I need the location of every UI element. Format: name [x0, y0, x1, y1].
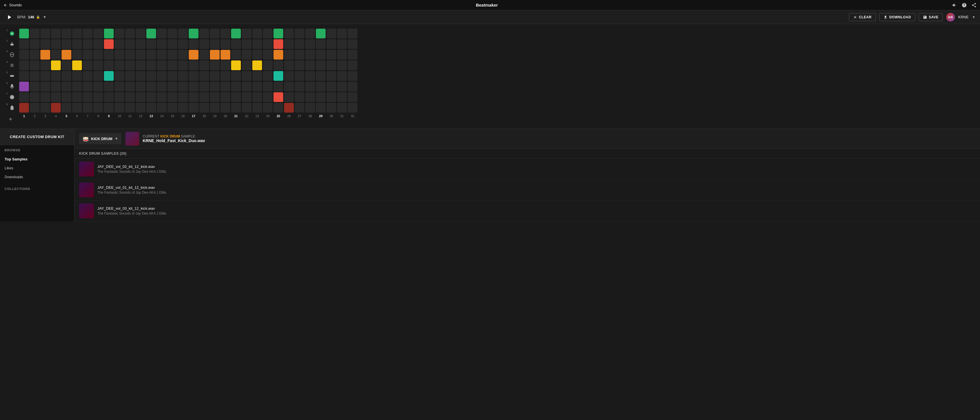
browse-item-downloads[interactable]: Downloads — [5, 172, 70, 181]
beat-cell[interactable] — [93, 60, 103, 70]
beat-cell[interactable] — [316, 103, 326, 113]
beat-cell[interactable] — [62, 50, 71, 60]
beat-cell[interactable] — [210, 92, 220, 102]
beat-cell[interactable] — [199, 60, 209, 70]
beat-cell[interactable] — [178, 92, 188, 102]
beat-cell[interactable] — [115, 71, 124, 81]
browse-item-top-samples[interactable]: Top Samples — [5, 155, 70, 164]
beat-cell[interactable] — [115, 103, 124, 113]
beat-cell[interactable] — [104, 60, 114, 70]
beat-cell[interactable] — [30, 60, 40, 70]
beat-cell[interactable] — [115, 82, 124, 91]
list-item[interactable]: JAY_DEE_vol_02_kit_12_kick.wav The Fanta… — [75, 159, 980, 180]
beat-cell[interactable] — [19, 60, 29, 70]
beat-cell[interactable] — [231, 92, 241, 102]
beat-cell[interactable] — [178, 82, 188, 91]
beat-cell[interactable] — [72, 60, 82, 70]
beat-cell[interactable] — [157, 60, 167, 70]
beat-cell[interactable] — [326, 50, 336, 60]
beat-cell[interactable] — [19, 82, 29, 91]
beat-cell[interactable] — [104, 39, 114, 49]
beat-cell[interactable] — [231, 29, 241, 38]
row-header-2[interactable]: 2 — [6, 39, 18, 49]
beat-cell[interactable] — [348, 71, 357, 81]
beat-cell[interactable] — [93, 103, 103, 113]
beat-cell[interactable] — [263, 92, 273, 102]
beat-cell[interactable] — [242, 50, 251, 60]
beat-cell[interactable] — [316, 92, 326, 102]
beat-cell[interactable] — [295, 39, 304, 49]
clear-button[interactable]: CLEAR — [849, 13, 876, 21]
beat-cell[interactable] — [189, 29, 199, 38]
play-button[interactable] — [5, 13, 14, 22]
beat-cell[interactable] — [284, 60, 294, 70]
beat-cell[interactable] — [305, 82, 315, 91]
beat-cell[interactable] — [326, 103, 336, 113]
beat-cell[interactable] — [221, 82, 230, 91]
beat-cell[interactable] — [62, 103, 71, 113]
beat-cell[interactable] — [136, 29, 145, 38]
beat-cell[interactable] — [252, 50, 262, 60]
add-row-button[interactable]: + — [6, 114, 16, 124]
beat-cell[interactable] — [199, 82, 209, 91]
beat-cell[interactable] — [231, 39, 241, 49]
beat-cell[interactable] — [284, 50, 294, 60]
beat-cell[interactable] — [83, 60, 92, 70]
beat-cell[interactable] — [178, 71, 188, 81]
beat-cell[interactable] — [30, 39, 40, 49]
beat-cell[interactable] — [348, 60, 357, 70]
beat-cell[interactable] — [146, 60, 156, 70]
beat-cell[interactable] — [157, 29, 167, 38]
beat-cell[interactable] — [189, 71, 199, 81]
beat-cell[interactable] — [125, 82, 135, 91]
beat-cell[interactable] — [62, 60, 71, 70]
beat-cell[interactable] — [284, 92, 294, 102]
beat-cell[interactable] — [157, 50, 167, 60]
beat-cell[interactable] — [199, 50, 209, 60]
beat-cell[interactable] — [210, 103, 220, 113]
beat-cell[interactable] — [157, 103, 167, 113]
beat-cell[interactable] — [167, 103, 177, 113]
beat-cell[interactable] — [40, 103, 50, 113]
beat-cell[interactable] — [72, 92, 82, 102]
beat-cell[interactable] — [274, 92, 283, 102]
beat-cell[interactable] — [146, 39, 156, 49]
beat-cell[interactable] — [295, 29, 304, 38]
beat-cell[interactable] — [30, 71, 40, 81]
beat-cell[interactable] — [93, 39, 103, 49]
beat-cell[interactable] — [115, 50, 124, 60]
beat-cell[interactable] — [115, 29, 124, 38]
list-item[interactable]: JAY_DEE_vol_01_kit_12_kick.wav The Fanta… — [75, 180, 980, 200]
beat-cell[interactable] — [157, 39, 167, 49]
beat-cell[interactable] — [221, 29, 230, 38]
beat-cell[interactable] — [62, 71, 71, 81]
beat-cell[interactable] — [348, 50, 357, 60]
beat-cell[interactable] — [210, 39, 220, 49]
beat-cell[interactable] — [19, 50, 29, 60]
beat-cell[interactable] — [167, 71, 177, 81]
beat-cell[interactable] — [125, 103, 135, 113]
create-drum-kit-button[interactable]: CREATE CUSTOM DRUM KIT — [0, 129, 74, 145]
bpm-dropdown-button[interactable]: ▼ — [43, 15, 47, 19]
beat-cell[interactable] — [316, 71, 326, 81]
beat-cell[interactable] — [316, 29, 326, 38]
beat-cell[interactable] — [316, 50, 326, 60]
beat-cell[interactable] — [72, 103, 82, 113]
beat-cell[interactable] — [146, 71, 156, 81]
beat-cell[interactable] — [252, 82, 262, 91]
beat-cell[interactable] — [51, 103, 61, 113]
beat-cell[interactable] — [104, 50, 114, 60]
beat-cell[interactable] — [231, 82, 241, 91]
beat-cell[interactable] — [231, 60, 241, 70]
beat-cell[interactable] — [40, 60, 50, 70]
beat-cell[interactable] — [93, 71, 103, 81]
beat-cell[interactable] — [167, 92, 177, 102]
beat-cell[interactable] — [295, 60, 304, 70]
beat-cell[interactable] — [305, 50, 315, 60]
beat-cell[interactable] — [19, 92, 29, 102]
beat-cell[interactable] — [19, 71, 29, 81]
beat-cell[interactable] — [125, 71, 135, 81]
beat-cell[interactable] — [93, 92, 103, 102]
beat-cell[interactable] — [19, 29, 29, 38]
beat-cell[interactable] — [242, 39, 251, 49]
